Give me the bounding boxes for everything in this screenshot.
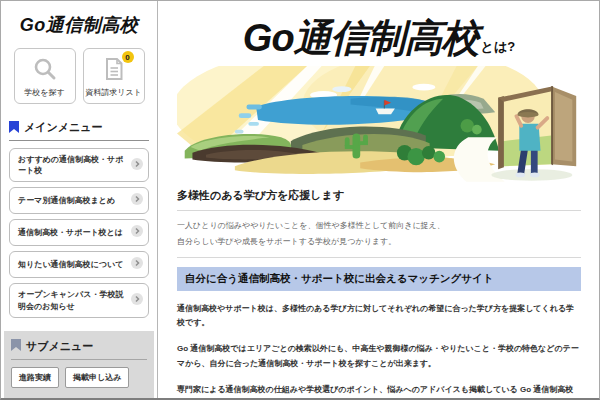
sub-menu-section: サブメニュー 進路実績 掲載申し込み	[4, 331, 154, 398]
sub-menu-buttons: 進路実績 掲載申し込み	[11, 367, 147, 388]
intro-line-2: 自分らしい学びや成長をサポートする学校が見つかります。	[177, 237, 396, 246]
main-menu-title: メインメニュー	[24, 120, 103, 135]
divider	[177, 257, 581, 258]
divider	[177, 210, 581, 211]
bookmark-icon	[11, 339, 21, 353]
intro-text: 一人ひとりの悩みややりたいことを、個性や多様性として前向きに捉え、 自分らしい学…	[177, 218, 581, 250]
page-title-main: Go通信制高校	[243, 17, 479, 59]
menu-item-theme-summary[interactable]: テーマ別通信制高校まとめ	[9, 187, 149, 214]
sub-menu-header: サブメニュー	[11, 339, 147, 360]
support-heading: 多様性のある学び方を応援します	[177, 188, 581, 203]
menu-item-what-is[interactable]: 通信制高校・サポート校とは	[9, 219, 149, 246]
intro-line-1: 一人ひとりの悩みややりたいことを、個性や多様性として前向きに捉え、	[177, 221, 445, 230]
chevron-right-icon	[131, 293, 143, 308]
description-paragraph: 専門家による通信制高校の仕組みや学校選びのポイント、悩みへのアドバイスも掲載して…	[177, 383, 581, 400]
description-paragraph: 通信制高校やサポート校は、多様性のある学び方に対してそれぞれの希望に合った学び方…	[177, 302, 581, 332]
action-label: 学校を探す	[24, 87, 64, 98]
main-content: Go通信制高校とは?	[159, 1, 599, 398]
search-icon	[32, 56, 58, 85]
action-label: 資料請求リスト	[85, 87, 142, 98]
request-list-button[interactable]: 0 資料請求リスト	[83, 48, 145, 104]
bookmark-icon	[9, 121, 19, 135]
landscape-illustration-svg	[177, 66, 582, 184]
main-menu: おすすめの通信制高校・サポート校 テーマ別通信制高校まとめ 通信制高校・サポート…	[9, 148, 149, 318]
document-icon: 0	[101, 56, 127, 85]
career-results-button[interactable]: 進路実績	[11, 367, 59, 388]
menu-item-open-campus[interactable]: オープンキャンパス・学校説明会のお知らせ	[9, 283, 149, 317]
page-title-suffix: とは?	[481, 39, 516, 54]
sidebar-actions: 学校を探す 0 資料請求リスト	[1, 48, 157, 104]
menu-item-want-to-know[interactable]: 知りたい通信制高校について	[9, 251, 149, 278]
description-paragraph: Go 通信制高校ではエリアごとの検索以外にも、中高生や親御様の悩み・やりたいこと…	[177, 342, 581, 372]
landscape-door-illustration	[177, 66, 582, 184]
matching-site-banner: 自分に合う通信制高校・サポート校に出会えるマッチングサイト	[177, 267, 581, 291]
search-school-button[interactable]: 学校を探す	[14, 48, 76, 104]
chevron-right-icon	[131, 158, 143, 173]
page-title: Go通信制高校とは?	[177, 13, 581, 64]
sub-menu-title: サブメニュー	[26, 339, 93, 354]
site-logo[interactable]: Go通信制高校	[1, 13, 157, 37]
request-count-badge: 0	[122, 51, 134, 63]
page: Go通信制高校 学校を探す	[0, 0, 600, 400]
main-menu-header: メインメニュー	[9, 120, 149, 141]
chevron-right-icon	[131, 193, 143, 208]
chevron-right-icon	[131, 257, 143, 272]
main-menu-section: メインメニュー おすすめの通信制高校・サポート校 テーマ別通信制高校まとめ 通信…	[1, 120, 157, 318]
listing-application-button[interactable]: 掲載申し込み	[65, 367, 129, 388]
menu-item-recommended-schools[interactable]: おすすめの通信制高校・サポート校	[9, 148, 149, 182]
sidebar: Go通信制高校 学校を探す	[1, 1, 158, 398]
chevron-right-icon	[131, 225, 143, 240]
